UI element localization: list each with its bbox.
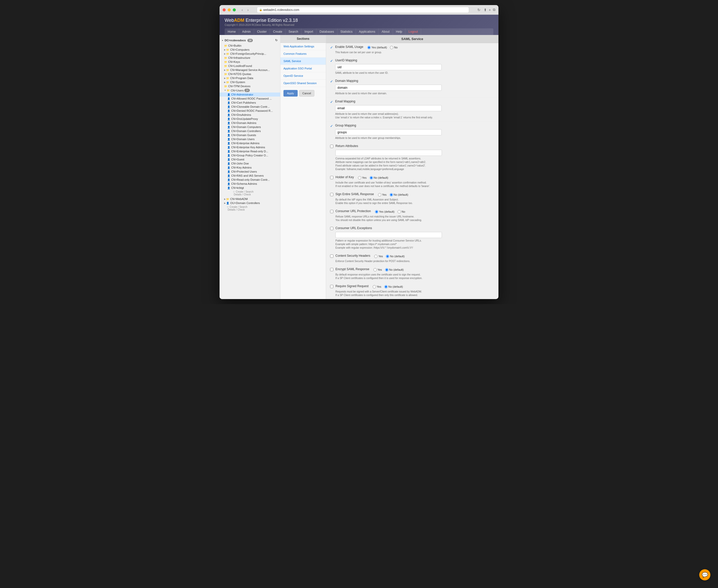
section-openid-service[interactable]: OpenID Service	[281, 72, 326, 80]
return-attributes-checkbox[interactable]	[330, 145, 333, 148]
nav-create[interactable]: Create	[270, 28, 286, 35]
require-signed-request-checkbox[interactable]	[330, 285, 333, 288]
csh-no[interactable]: No (default)	[386, 255, 404, 258]
details-check-link-1[interactable]: Details / Check	[230, 193, 251, 196]
email-mapping-input[interactable]	[335, 105, 442, 111]
sidebar-item-allowed-rodc[interactable]: 👤 CN=Allowed RODC Password ...	[220, 97, 280, 101]
sidebar-item-guest[interactable]: 👤 CN=Guest	[220, 158, 280, 162]
section-app-sso-portal[interactable]: Application SSO Portal	[281, 65, 326, 72]
nav-import[interactable]: Import	[302, 28, 316, 35]
sidebar-item-readonly-domain[interactable]: 👤 CN=Read-only Domain Contr...	[220, 178, 280, 182]
sidebar-item-enterprise-readonly[interactable]: 👤 CN=Enterprise Read-only D...	[220, 149, 280, 153]
forward-button[interactable]: ›	[246, 7, 250, 13]
group-mapping-input[interactable]	[335, 129, 442, 135]
domain-mapping-input[interactable]	[335, 85, 442, 91]
refresh-icon[interactable]: ↻	[275, 39, 278, 42]
sidebar-item-tpm[interactable]: 📁 CN=TPM Devices	[220, 84, 280, 88]
section-common-features[interactable]: Common Features	[281, 50, 326, 58]
sidebar-item-ras[interactable]: 👤 CN=RAS and IAS Servers	[220, 174, 280, 178]
reload-button[interactable]: ↻	[476, 7, 482, 13]
sidebar-item-protected-users[interactable]: 👤 CN=Protected Users	[220, 170, 280, 174]
sidebar-item-krbtgt[interactable]: 👤 CN=krbtgt	[220, 186, 280, 190]
nav-home[interactable]: Home	[225, 28, 239, 35]
sidebar-item-users[interactable]: ▼ 📁 CN=Users 24	[220, 88, 280, 92]
minimize-button[interactable]	[228, 8, 231, 12]
sidebar-item-cloneable[interactable]: 👤 CN=Cloneable Domain Contr...	[220, 105, 280, 109]
share-button[interactable]: ⬆	[484, 7, 487, 12]
sign-entire-yes[interactable]: Yes	[378, 193, 387, 196]
csh-yes[interactable]: Yes	[374, 255, 383, 258]
sign-entire-saml-checkbox[interactable]	[330, 193, 333, 196]
close-button[interactable]	[223, 8, 226, 12]
sidebar-item-webadm[interactable]: ▶ 📁 CN=WebADM	[220, 197, 280, 201]
sidebar-item-domain-computers[interactable]: 👤 CN=Domain Computers	[220, 125, 280, 129]
userid-mapping-input[interactable]	[335, 64, 442, 70]
sidebar-item-schema-admins[interactable]: 👤 CN=Schema Admins	[220, 182, 280, 186]
nav-help[interactable]: Help	[393, 28, 406, 35]
encrypt-saml-response-checkbox[interactable]	[330, 268, 333, 271]
sidebar-item-administrator[interactable]: 👤 CN=Administrator	[220, 92, 280, 97]
sidebar-item-ntds[interactable]: 📁 CN=NTDS Quotas	[220, 72, 280, 76]
content-security-headers-checkbox[interactable]	[330, 254, 333, 258]
section-opensso-shared-session[interactable]: OpenSSO Shared Session	[281, 80, 326, 87]
nav-about[interactable]: About	[378, 28, 393, 35]
sidebar-item-domain-admins[interactable]: 👤 CN=Domain Admins	[220, 121, 280, 125]
encrypt-yes[interactable]: Yes	[373, 268, 382, 271]
rsr-no[interactable]: No (default)	[384, 285, 403, 289]
sidebar-item-denied-rodc[interactable]: 👤 CN=Denied RODC Password R...	[220, 109, 280, 113]
section-web-app-settings[interactable]: Web Application Settings	[281, 43, 326, 50]
sidebar-item-domain-guests[interactable]: 👤 CN=Domain Guests	[220, 133, 280, 137]
sidebar-item-key-admins[interactable]: 👤 CN=Key Admins	[220, 166, 280, 170]
sidebar-item-infrastructure[interactable]: 📁 CN=Infrastructure	[220, 56, 280, 60]
rsr-yes[interactable]: Yes	[373, 285, 381, 289]
sidebar-item-group-policy[interactable]: 👤 CN=Group Policy Creator O...	[220, 153, 280, 158]
apply-button[interactable]: Apply	[284, 90, 298, 97]
sidebar-item-domain-users[interactable]: 👤 CN=Domain Users	[220, 137, 280, 141]
nav-logout[interactable]: Logout	[405, 28, 421, 35]
consumer-url-protection-no[interactable]: No	[397, 210, 405, 213]
nav-cluster[interactable]: Cluster	[254, 28, 270, 35]
enable-saml-yes[interactable]: Yes (default)	[367, 46, 387, 49]
encrypt-no[interactable]: No (default)	[385, 268, 404, 271]
consumer-url-protection-yes[interactable]: Yes (default)	[375, 210, 394, 213]
section-saml-service[interactable]: SAML Service	[281, 58, 326, 65]
nav-admin[interactable]: Admin	[239, 28, 254, 35]
sidebar-item-lostandfound[interactable]: 📁 CN=LostAndFound	[220, 64, 280, 68]
sidebar-item-domain-controllers[interactable]: 👤 CN=Domain Controllers	[220, 129, 280, 133]
maximize-button[interactable]	[233, 8, 236, 12]
details-check-link-2[interactable]: Details / Check	[224, 208, 245, 211]
sidebar-item-john-doe[interactable]: 👤 CN=John Doe	[220, 162, 280, 166]
sidebar-item-dnsadmins[interactable]: 👤 CN=DnsAdmins	[220, 113, 280, 117]
nav-applications[interactable]: Applications	[356, 28, 379, 35]
sidebar-item-cert-publishers[interactable]: 👤 CN=Cert Publishers	[220, 101, 280, 105]
require-signed-request-label: Require Signed Request	[335, 285, 369, 288]
cancel-button[interactable]: Cancel	[299, 90, 314, 97]
sidebar-item-dnsupdateproxy[interactable]: 👤 CN=DnsUpdateProxy	[220, 117, 280, 121]
holder-of-key-no[interactable]: No (default)	[370, 176, 388, 180]
sidebar-item-ou-domain[interactable]: ▶ 👤 OU=Domain Controllers	[220, 201, 280, 205]
sidebar-item-keys[interactable]: 📁 CN=Keys	[220, 60, 280, 64]
address-bar[interactable]: 🔒 webadm1.rcdevsdocs.com	[257, 7, 469, 13]
nav-search[interactable]: Search	[286, 28, 302, 35]
new-tab-button[interactable]: +	[489, 7, 491, 12]
consumer-url-protection-checkbox[interactable]	[330, 210, 333, 213]
nav-databases[interactable]: Databases	[316, 28, 337, 35]
enable-saml-no[interactable]: No	[390, 46, 397, 49]
back-button[interactable]: ‹	[240, 7, 244, 13]
sidebar-item-system[interactable]: ▶ 📁 CN=System	[220, 80, 280, 84]
sidebar-item-enterprise-key-admins[interactable]: 👤 CN=Enterprise Key Admins	[220, 145, 280, 149]
sidebar-item-computers[interactable]: ▶ 📁 CN=Computers	[220, 48, 280, 52]
sidebar-item-foreign[interactable]: ▶ 📁 CN=ForeignSecurityPrincip...	[220, 52, 280, 56]
consumer-url-exceptions-input[interactable]	[335, 232, 442, 238]
sidebar-item-programdata[interactable]: ▶ 📁 CN=Program Data	[220, 76, 280, 80]
consumer-url-exceptions-checkbox[interactable]	[330, 227, 333, 230]
tab-overview-button[interactable]: ⧉	[493, 7, 495, 12]
sign-entire-no[interactable]: No (default)	[390, 193, 408, 196]
return-attributes-input[interactable]	[335, 150, 442, 156]
holder-of-key-yes[interactable]: Yes	[358, 176, 367, 180]
holder-of-key-checkbox[interactable]	[330, 176, 333, 179]
sidebar-item-builtin[interactable]: 📁 CN=Builtin	[220, 44, 280, 48]
nav-statistics[interactable]: Statistics	[337, 28, 356, 35]
sidebar-item-enterprise-admins[interactable]: 👤 CN=Enterprise Admins	[220, 141, 280, 145]
sidebar-item-managed[interactable]: ▶ 📁 CN=Managed Service Accoun...	[220, 68, 280, 72]
